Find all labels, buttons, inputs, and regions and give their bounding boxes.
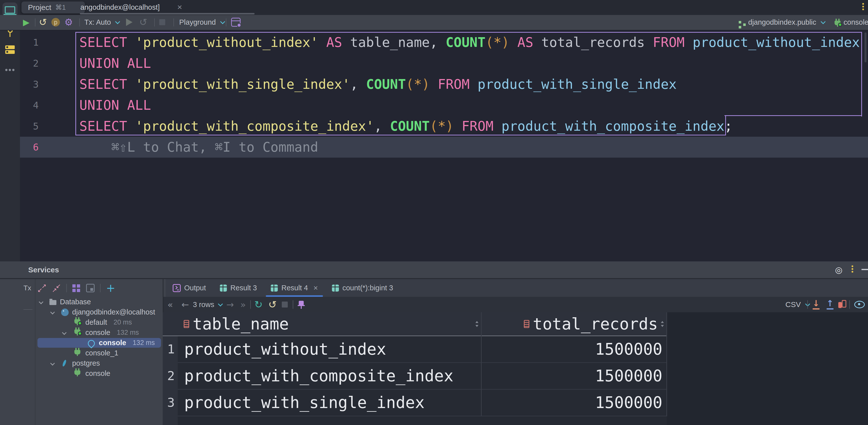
project-widget[interactable]: Project ⌘1 [22, 1, 85, 13]
settings-button[interactable]: ⚙ [64, 15, 73, 29]
code-line[interactable]: UNION ALL [80, 53, 151, 74]
cell-total_records[interactable]: 1500000 [482, 336, 667, 363]
results-toolbar: « ← 3 rows → » ↻ ↺ CSV ↓ ↑ [163, 297, 868, 312]
run-button[interactable]: ▶ [23, 15, 29, 29]
rows-count-dropdown[interactable]: 3 rows [193, 297, 222, 312]
grid-empty-area [667, 312, 868, 425]
tree-item[interactable]: Database [35, 297, 163, 307]
code-line[interactable]: SELECT 'product_with_composite_index', C… [80, 116, 733, 137]
prev-page-button[interactable]: ← [181, 297, 189, 312]
first-page-icon: « [167, 299, 173, 310]
first-page-button[interactable]: « [167, 297, 173, 312]
cell-total_records[interactable]: 1500000 [482, 390, 667, 416]
playground-label: Playground [179, 18, 216, 27]
gear-icon: ⚙ [64, 17, 73, 28]
code-line[interactable]: SELECT 'product_without_index' AS table_… [80, 32, 860, 53]
more-tool-windows-icon[interactable] [5, 69, 7, 71]
history-button[interactable]: ↺ [268, 297, 277, 312]
line-number: 3 [20, 74, 39, 95]
export-format-dropdown[interactable]: CSV [785, 297, 809, 312]
process-button[interactable]: p [52, 15, 60, 29]
import-button[interactable]: ↑ [826, 297, 834, 312]
chevron-down-icon [115, 19, 120, 24]
column-header-label: table_name [193, 315, 289, 333]
last-page-icon: » [240, 299, 246, 310]
code-token-par: ) [501, 35, 509, 50]
code-token-pun [645, 35, 653, 50]
editor-tab[interactable]: angodbindex@localhost] [80, 0, 160, 14]
column-icon [524, 320, 529, 328]
code-token-star: * [414, 76, 422, 92]
next-page-button[interactable]: → [226, 297, 234, 312]
schema-selector[interactable]: djangodbindex.public [739, 15, 824, 29]
code-line[interactable]: UNION ALL [80, 95, 151, 116]
tab-output[interactable]: Output [166, 279, 213, 297]
code-token-str: 'product_with_composite_index' [135, 119, 374, 134]
editor-tab-bar: Project ⌘1 angodbindex@localhost] × [20, 0, 868, 15]
last-page-button[interactable]: » [240, 297, 246, 312]
cell-total_records[interactable]: 1500000 [482, 363, 667, 390]
open-in-new-window-icon[interactable] [86, 284, 95, 292]
code-token-fn: COUNT [390, 119, 430, 134]
minimize-icon[interactable] [862, 269, 868, 270]
cell-table_name[interactable]: product_with_composite_index [178, 363, 482, 390]
column-header-table_name[interactable]: table_name [178, 312, 482, 335]
stop-button[interactable] [159, 15, 165, 29]
code-line[interactable]: ⌘⇧L to Chat, ⌘I to Command [80, 137, 318, 158]
cell-table_name[interactable]: product_with_single_index [178, 390, 482, 416]
code-line[interactable]: SELECT 'product_with_single_index', COUN… [80, 74, 677, 95]
run-icon: ▶ [23, 17, 29, 27]
code-token-id: total_records [541, 35, 645, 50]
compare-button[interactable] [838, 297, 847, 312]
tx-mode-dropdown[interactable]: Tx: Auto [84, 15, 119, 29]
cell-table_name[interactable]: product_without_index [178, 336, 482, 363]
kebab-menu-icon[interactable] [851, 265, 853, 267]
results-tab-bar: OutputResult 3Result 4×count(*):bigint 3 [166, 279, 868, 297]
terminal-icon [173, 284, 181, 292]
code-token-id: table_name [350, 35, 430, 50]
group-by-icon[interactable] [72, 284, 75, 288]
tab-scrollbar[interactable] [80, 13, 254, 14]
column-header-total_records[interactable]: total_records [482, 312, 667, 335]
editor[interactable]: 1SELECT 'product_without_index' AS table… [20, 30, 868, 261]
kebab-menu-icon[interactable] [862, 3, 864, 5]
code-token-kw: AS [326, 35, 350, 50]
divider [35, 19, 35, 27]
code-token-par: ) [446, 119, 454, 134]
rollback-button[interactable]: ↺ [139, 15, 147, 29]
code-token-kw: FROM [438, 76, 478, 92]
preview-button[interactable] [854, 297, 865, 312]
history-button[interactable]: ↺ [39, 15, 47, 29]
playground-dropdown[interactable]: Playground [179, 15, 224, 29]
tab-result-3[interactable]: Result 3 [213, 279, 264, 297]
console-toolbar: ▶ ↺ p ⚙ Tx: Auto ↺ Playground djangodbin… [0, 15, 868, 30]
tab-count-bigint-3[interactable]: count(*):bigint 3 [325, 279, 400, 297]
connection-indicator[interactable]: console [835, 15, 868, 29]
editor-scrollbar[interactable] [865, 32, 867, 62]
export-button[interactable]: ↓ [812, 297, 820, 312]
tab-close-icon[interactable]: × [313, 284, 318, 293]
pin-button[interactable] [299, 297, 304, 312]
stop-button[interactable] [282, 297, 288, 312]
chevron-down-icon[interactable] [39, 299, 43, 304]
expand-all-icon[interactable]: ↗↙ [37, 284, 46, 293]
target-icon[interactable]: ◎ [835, 265, 842, 275]
tab-close-icon[interactable]: × [177, 0, 182, 14]
code-token-hint: ⌘⇧L to Chat, ⌘I to Command [80, 139, 318, 155]
tab-result-4[interactable]: Result 4× [264, 279, 325, 297]
sort-icon[interactable] [475, 320, 478, 328]
database-tool-icon[interactable] [5, 45, 15, 54]
playground-view-button[interactable] [231, 15, 241, 29]
process-icon: p [52, 18, 60, 27]
add-icon[interactable]: + [106, 283, 115, 294]
collapse-all-icon[interactable]: ↙↗ [52, 284, 61, 293]
compare-icon [838, 300, 847, 309]
sort-icon[interactable] [660, 320, 664, 328]
line-number: 2 [20, 53, 39, 74]
code-token-kw: SELECT [80, 119, 135, 134]
stop-icon [159, 19, 165, 25]
code-token-semi: ; [724, 119, 733, 134]
refresh-button[interactable]: ↻ [254, 297, 263, 312]
code-token-par: ( [430, 119, 438, 134]
execute-button[interactable] [126, 15, 132, 29]
